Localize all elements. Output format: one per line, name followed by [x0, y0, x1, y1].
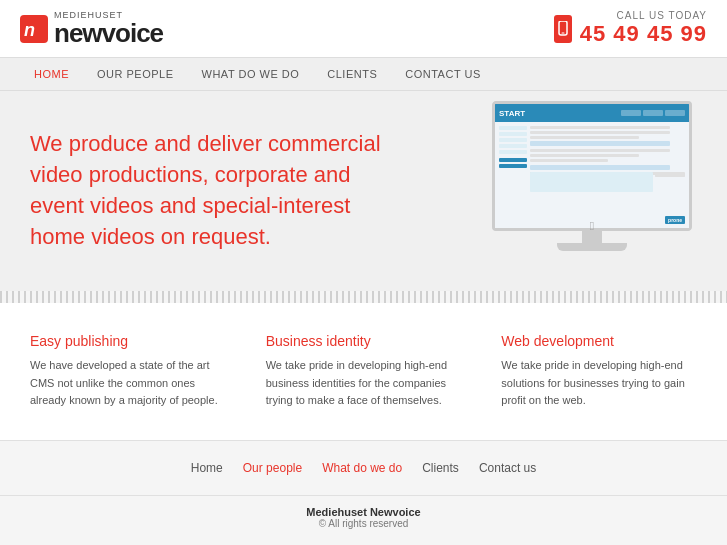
- footer-company: Mediehuset Newvoice: [10, 506, 717, 518]
- screen-body: [495, 122, 689, 181]
- feature-title-2: Web development: [501, 333, 697, 349]
- monitor-screen: START: [492, 101, 692, 231]
- header: n mediehuset newvoice CALL US TODAY 45 4…: [0, 0, 727, 58]
- call-text: CALL US TODAY 45 49 45 99: [580, 10, 707, 47]
- monitor: START: [477, 101, 707, 251]
- footer-rights: © All rights reserved: [10, 518, 717, 529]
- nav-item-our-people[interactable]: OUR PEOPLE: [83, 58, 188, 90]
- nav-item-home[interactable]: HOME: [20, 58, 83, 90]
- footer-link-clients[interactable]: Clients: [422, 461, 459, 475]
- hero-section: We produce and deliver commercial video …: [0, 91, 727, 291]
- hero-text: We produce and deliver commercial video …: [30, 129, 410, 252]
- logo-text: mediehuset newvoice: [54, 11, 163, 46]
- logo-icon: n: [20, 15, 48, 43]
- hero-headline: We produce and deliver commercial video …: [30, 129, 410, 252]
- monitor-stand-base: [557, 243, 627, 251]
- svg-text:n: n: [24, 20, 35, 40]
- screen-content: START: [495, 104, 689, 228]
- footer-link-contact-us[interactable]: Contact us: [479, 461, 536, 475]
- logo-newvoice: newvoice: [54, 20, 163, 46]
- apple-logo-icon: : [590, 219, 594, 233]
- call-today-label: CALL US TODAY: [580, 10, 707, 21]
- feature-web-development: Web development We take pride in develop…: [491, 333, 707, 410]
- nav-item-clients[interactable]: CLIENTS: [313, 58, 391, 90]
- feature-body-0: We have developed a state of the art CMS…: [30, 357, 226, 410]
- svg-rect-3: [561, 32, 564, 33]
- phone-icon: [554, 15, 572, 43]
- feature-title-0: Easy publishing: [30, 333, 226, 349]
- footer-link-our-people[interactable]: Our people: [243, 461, 302, 475]
- screen-logo: START: [499, 109, 525, 118]
- nav-item-what-do-we-do[interactable]: WHAT DO WE DO: [188, 58, 314, 90]
- feature-easy-publishing: Easy publishing We have developed a stat…: [20, 333, 236, 410]
- screen-topbar: START: [495, 104, 689, 122]
- feature-body-1: We take pride in developing high-end bus…: [266, 357, 462, 410]
- features-section: Easy publishing We have developed a stat…: [0, 303, 727, 440]
- feature-title-1: Business identity: [266, 333, 462, 349]
- feature-business-identity: Business identity We take pride in devel…: [256, 333, 472, 410]
- hero-image: START: [477, 101, 707, 251]
- screen-main-content: [530, 126, 685, 177]
- divider-dots: [0, 291, 727, 303]
- main-nav: HOME OUR PEOPLE WHAT DO WE DO CLIENTS CO…: [0, 58, 727, 91]
- call-area: CALL US TODAY 45 49 45 99: [554, 10, 707, 47]
- phone-number: 45 49 45 99: [580, 21, 707, 47]
- footer-link-what-do-we-do[interactable]: What do we do: [322, 461, 402, 475]
- feature-body-2: We take pride in developing high-end sol…: [501, 357, 697, 410]
- logo: n mediehuset newvoice: [20, 11, 163, 46]
- footer-nav: Home Our people What do we do Clients Co…: [0, 440, 727, 495]
- screen-sidebar: [499, 126, 527, 177]
- footer-bottom: Mediehuset Newvoice © All rights reserve…: [0, 495, 727, 539]
- footer-link-home[interactable]: Home: [191, 461, 223, 475]
- nav-item-contact-us[interactable]: CONTACT US: [391, 58, 495, 90]
